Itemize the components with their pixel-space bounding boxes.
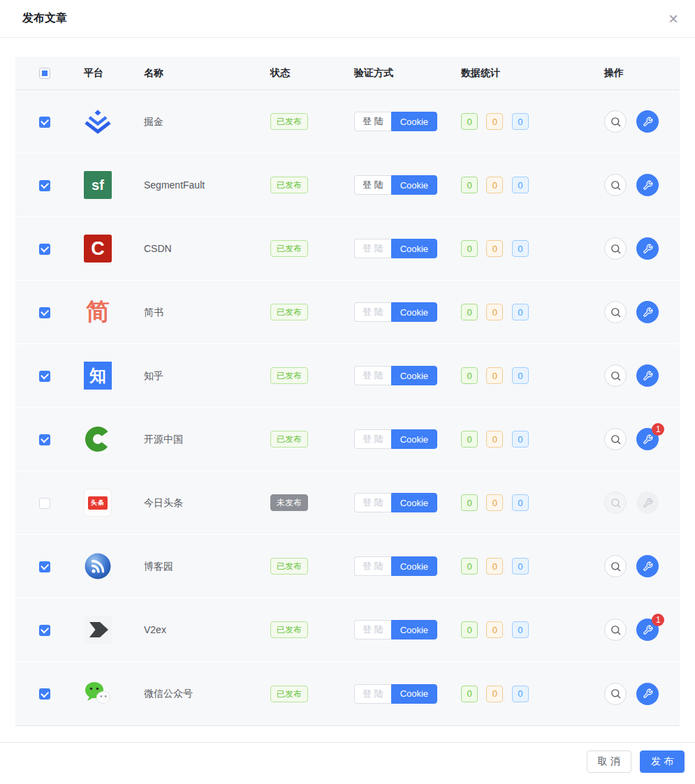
- row-checkbox[interactable]: [39, 498, 50, 509]
- stat-warning-count: 0: [486, 113, 503, 130]
- login-button[interactable]: 登 陆: [354, 112, 391, 131]
- stat-success-count: 0: [461, 558, 478, 575]
- table-row: 知 知乎 已发布 登 陆 Cookie 0 0 0: [15, 344, 680, 408]
- cookie-button[interactable]: Cookie: [391, 429, 437, 449]
- preview-button[interactable]: [604, 555, 627, 577]
- toutiao-logo-icon: 头条: [84, 489, 112, 517]
- login-button[interactable]: 登 陆: [354, 302, 391, 322]
- preview-button[interactable]: [604, 491, 627, 514]
- row-checkbox[interactable]: [39, 688, 50, 700]
- config-button-wrap: [636, 491, 659, 514]
- publish-button[interactable]: 发 布: [640, 750, 685, 773]
- jianshu-logo-icon: 简: [84, 298, 112, 326]
- cookie-button[interactable]: Cookie: [391, 366, 437, 385]
- row-checkbox[interactable]: [39, 371, 50, 382]
- platform-name: 微信公众号: [144, 688, 193, 699]
- table-header-row: 平台 名称 状态 验证方式 数据统计 操作: [15, 57, 680, 90]
- cookie-button[interactable]: Cookie: [391, 112, 437, 131]
- preview-button[interactable]: [604, 110, 627, 133]
- login-button[interactable]: 登 陆: [354, 239, 391, 258]
- table-row: 简 简书 已发布 登 陆 Cookie 0 0 0: [15, 281, 680, 344]
- table-row: 开源中国 已发布 登 陆 Cookie 0 0 0: [15, 408, 680, 471]
- preview-button[interactable]: [604, 174, 627, 196]
- status-badge: 已发布: [270, 431, 308, 448]
- verify-button-group: 登 陆 Cookie: [354, 366, 437, 385]
- config-button[interactable]: [636, 491, 659, 514]
- wechat-logo-icon: [84, 680, 112, 708]
- stat-info-count: 0: [512, 494, 529, 511]
- stat-info-count: 0: [512, 304, 529, 320]
- config-button[interactable]: [636, 683, 659, 705]
- config-button-wrap: [636, 555, 659, 577]
- login-button[interactable]: 登 陆: [354, 366, 391, 385]
- config-button-wrap: 1: [636, 619, 659, 641]
- stat-success-count: 0: [461, 494, 478, 511]
- login-button[interactable]: 登 陆: [354, 493, 391, 512]
- preview-button[interactable]: [604, 428, 627, 450]
- row-checkbox[interactable]: [39, 180, 50, 191]
- cookie-button[interactable]: Cookie: [391, 302, 437, 322]
- config-button-wrap: [636, 237, 659, 260]
- cookie-button[interactable]: Cookie: [391, 556, 437, 576]
- table-row: 微信公众号 已发布 登 陆 Cookie 0 0 0: [15, 662, 680, 725]
- status-badge: 已发布: [270, 304, 308, 320]
- login-button[interactable]: 登 陆: [354, 175, 391, 195]
- search-icon: [610, 688, 622, 700]
- preview-button[interactable]: [604, 301, 627, 323]
- search-icon: [610, 179, 622, 191]
- column-header-platform: 平台: [84, 67, 144, 80]
- config-button[interactable]: [636, 364, 659, 387]
- wrench-icon: [643, 180, 653, 191]
- platform-name: 简书: [144, 306, 163, 318]
- login-button[interactable]: 登 陆: [354, 620, 391, 639]
- row-checkbox[interactable]: [39, 625, 50, 636]
- cookie-button[interactable]: Cookie: [391, 175, 437, 195]
- preview-button[interactable]: [604, 364, 627, 387]
- verify-button-group: 登 陆 Cookie: [354, 429, 437, 449]
- config-button-wrap: 1: [636, 428, 659, 450]
- config-button[interactable]: [636, 110, 659, 133]
- platform-name: 掘金: [144, 116, 163, 127]
- config-button[interactable]: [636, 301, 659, 323]
- search-icon: [610, 116, 622, 128]
- status-badge: 已发布: [270, 240, 308, 257]
- stat-info-count: 0: [512, 240, 529, 257]
- row-checkbox[interactable]: [39, 561, 50, 572]
- status-badge: 已发布: [270, 621, 308, 638]
- table-row: 博客园 已发布 登 陆 Cookie 0 0 0: [15, 535, 680, 598]
- stat-info-count: 0: [512, 558, 529, 575]
- config-button[interactable]: [636, 174, 659, 196]
- cookie-button[interactable]: Cookie: [391, 493, 437, 512]
- login-button[interactable]: 登 陆: [354, 429, 391, 449]
- table-row: V2ex 已发布 登 陆 Cookie 0 0 0: [15, 598, 680, 662]
- config-button-wrap: [636, 301, 659, 323]
- config-button[interactable]: [636, 555, 659, 577]
- cookie-button[interactable]: Cookie: [391, 239, 437, 258]
- cancel-button[interactable]: 取 消: [587, 750, 631, 773]
- login-button[interactable]: 登 陆: [354, 684, 391, 704]
- config-button[interactable]: [636, 237, 659, 260]
- cookie-button[interactable]: Cookie: [391, 684, 437, 704]
- oschina-logo-icon: [84, 425, 112, 453]
- row-checkbox[interactable]: [39, 307, 50, 318]
- column-header-name: 名称: [144, 67, 270, 80]
- verify-button-group: 登 陆 Cookie: [354, 112, 437, 131]
- cookie-button[interactable]: Cookie: [391, 620, 437, 639]
- platform-logo: 知: [84, 362, 144, 390]
- search-icon: [610, 497, 622, 509]
- preview-button[interactable]: [604, 619, 627, 641]
- preview-button[interactable]: [604, 237, 627, 260]
- row-checkbox[interactable]: [39, 244, 50, 255]
- login-button[interactable]: 登 陆: [354, 556, 391, 576]
- v2ex-logo-icon: [84, 616, 112, 644]
- row-checkbox[interactable]: [39, 434, 50, 445]
- config-button-wrap: [636, 174, 659, 196]
- wrench-icon: [643, 244, 653, 254]
- preview-button[interactable]: [604, 683, 627, 705]
- select-all-checkbox[interactable]: [39, 68, 50, 79]
- verify-button-group: 登 陆 Cookie: [354, 302, 437, 322]
- platform-name: 今日头条: [144, 497, 183, 508]
- close-button[interactable]: ×: [664, 9, 682, 29]
- stat-success-count: 0: [461, 113, 478, 130]
- row-checkbox[interactable]: [39, 117, 50, 128]
